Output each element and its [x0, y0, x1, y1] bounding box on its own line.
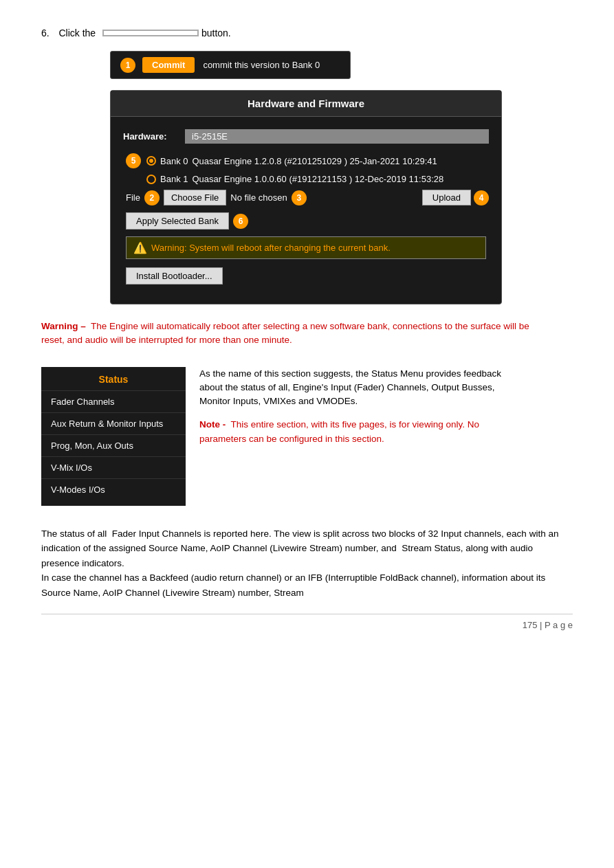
warning-bar-text: Warning: System will reboot after changi…: [151, 243, 391, 253]
status-menu-item-vmix[interactable]: V-Mix I/Os: [41, 456, 186, 478]
hardware-row: Hardware: i5-2515E: [123, 129, 489, 144]
choose-file-button[interactable]: Choose File: [164, 190, 226, 205]
warning-icon: ⚠️: [133, 241, 147, 254]
status-menu-item-aux[interactable]: Aux Return & Monitor Inputs: [41, 412, 186, 434]
badge-3: 3: [292, 190, 307, 205]
bank0-row[interactable]: 5 Bank 0 Quasar Engine 1.2.0.8 (#2101251…: [123, 153, 489, 168]
badge-2: 2: [144, 190, 160, 205]
bank1-radio[interactable]: [146, 175, 156, 184]
step-text: Click the: [58, 27, 96, 38]
install-bootloader-button[interactable]: Install Bootloader...: [126, 267, 223, 285]
status-section: Status Fader Channels Aux Return & Monit…: [41, 367, 573, 506]
badge-5: 5: [126, 153, 141, 168]
step-text-after: button.: [201, 27, 231, 38]
firmware-panel: Hardware and Firmware Hardware: i5-2515E…: [110, 90, 502, 304]
file-row: File 2 Choose File No file chosen 3 Uplo…: [123, 190, 489, 205]
page-number: 175 | P a g e: [523, 620, 573, 630]
file-label: File: [126, 192, 140, 203]
status-desc-text: As the name of this section suggests, th…: [199, 368, 501, 407]
bank1-desc: Quasar Engine 1.0.0.60 (#1912121153 ) 12…: [192, 174, 443, 184]
badge-4: 4: [474, 190, 489, 205]
bank1-label: Bank 1: [160, 174, 188, 184]
note-text: This entire section, with its five pages…: [199, 419, 479, 443]
install-row: Install Bootloader...: [123, 267, 489, 285]
status-menu-item-prog[interactable]: Prog, Mon, Aux Outs: [41, 434, 186, 456]
bottom-text-block: The status of all Fader Input Channels i…: [41, 526, 573, 601]
apply-row: Apply Selected Bank 6: [123, 212, 489, 230]
commit-box-placeholder: [102, 30, 199, 36]
commit-button[interactable]: Commit: [142, 57, 195, 73]
commit-description: commit this version to Bank 0: [203, 60, 320, 70]
bank0-radio[interactable]: [146, 156, 156, 166]
upload-button[interactable]: Upload: [422, 190, 471, 205]
bank0-desc: Quasar Engine 1.2.0.8 (#2101251029 ) 25-…: [192, 156, 437, 166]
commit-illustration: 1 Commit commit this version to Bank 0: [110, 51, 351, 79]
badge-1: 1: [120, 58, 135, 73]
hardware-value: i5-2515E: [185, 129, 489, 144]
status-menu-item-fader[interactable]: Fader Channels: [41, 390, 186, 412]
apply-selected-bank-button[interactable]: Apply Selected Bank: [126, 212, 229, 230]
status-menu-item-vmodes[interactable]: V-Modes I/Os: [41, 478, 186, 500]
firmware-panel-title: Hardware and Firmware: [111, 91, 501, 117]
badge-6: 6: [233, 214, 248, 229]
note-label: Note -: [199, 419, 226, 430]
no-file-text: No file chosen: [230, 192, 287, 203]
hardware-label: Hardware:: [123, 131, 185, 142]
note-line: Note - This entire section, with its fiv…: [199, 418, 516, 446]
page-footer: 175 | P a g e: [41, 614, 573, 630]
warning-body-text: The Engine will automatically reboot aft…: [41, 321, 529, 345]
status-menu: Status Fader Channels Aux Return & Monit…: [41, 367, 186, 506]
bank0-label: Bank 0: [160, 156, 188, 166]
bank1-row[interactable]: Bank 1 Quasar Engine 1.0.0.60 (#19121211…: [123, 174, 489, 184]
step-number: 6.: [41, 27, 50, 38]
warning-text-block: Warning – The Engine will automatically …: [41, 320, 536, 348]
status-menu-title: Status: [41, 367, 186, 390]
status-description: As the name of this section suggests, th…: [186, 367, 529, 446]
warning-label: Warning –: [41, 321, 86, 331]
warning-bar: ⚠️ Warning: System will reboot after cha…: [126, 236, 486, 259]
